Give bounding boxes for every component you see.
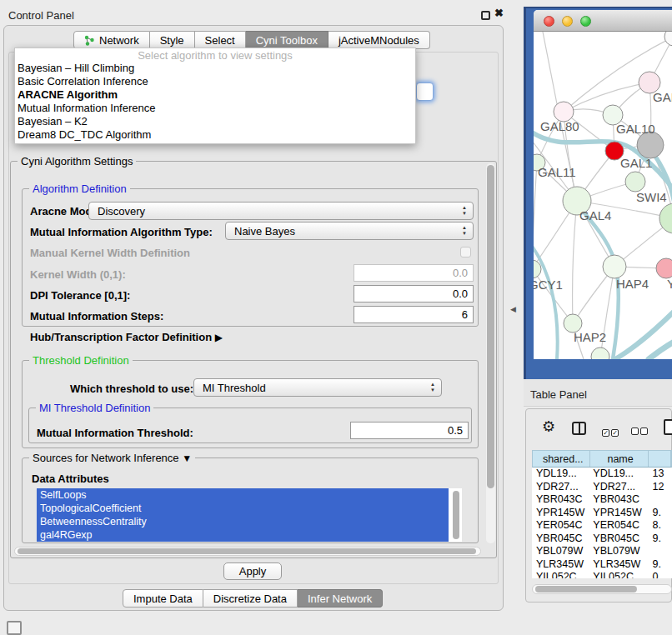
network-node[interactable] [664, 32, 672, 46]
apply-button-label: Apply [239, 565, 267, 578]
expand-down-icon[interactable]: ▼ [182, 452, 192, 464]
close-panel-icon[interactable]: ✖ [494, 7, 504, 19]
network-window-titlebar[interactable] [534, 10, 672, 32]
kernel-width-field[interactable]: 0.0 [354, 264, 474, 282]
sources-title-text: Sources for Network Inference [33, 452, 179, 464]
dropdown-item[interactable]: Mutual Information Inference [15, 102, 415, 115]
tab-style-label: Style [160, 34, 184, 47]
select-all-checkboxes-icon[interactable]: ✓✓ [602, 423, 620, 438]
tab-jactivemnodules[interactable]: jActiveMNodules [328, 31, 430, 49]
minimize-traffic-light[interactable] [562, 16, 573, 27]
svg-text:HAP2: HAP2 [574, 330, 606, 344]
dropdown-item[interactable]: Bayesian – Hill Climbing [15, 62, 415, 75]
attribute-item[interactable]: gal4RGexp [37, 528, 449, 542]
aracne-mode-combobox[interactable]: Discovery ▲▼ [88, 202, 474, 220]
attribute-item[interactable]: BetweennessCentrality [37, 515, 449, 528]
tab-impute-data[interactable]: Impute Data [123, 589, 203, 608]
network-node[interactable] [591, 348, 609, 359]
svg-text:SWI4: SWI4 [636, 190, 667, 204]
combo-stepper-icon: ▲▼ [462, 225, 467, 237]
mi-type-combobox[interactable]: Naive Bayes ▲▼ [225, 222, 474, 240]
tab-style[interactable]: Style [150, 31, 195, 49]
algorithm-definition-title: Algorithm Definition [29, 182, 130, 195]
close-traffic-light[interactable] [544, 16, 554, 27]
network-node-y[interactable] [656, 258, 672, 278]
column-header-name[interactable]: name [590, 451, 649, 467]
table-row[interactable]: YBL079WYBL079W [532, 545, 672, 558]
columns-icon[interactable] [572, 422, 586, 435]
table-row[interactable]: YBR045CYBR045C9. [532, 532, 672, 546]
network-node-swi4[interactable] [625, 172, 645, 192]
attribute-item[interactable]: TopologicalCoefficient [37, 502, 449, 515]
algorithm-combobox-fragment[interactable] [416, 82, 434, 101]
svg-text:GAL1: GAL1 [620, 156, 652, 170]
dpi-tolerance-field[interactable]: 0.0 [354, 285, 474, 302]
which-threshold-label: Which threshold to use: [70, 382, 193, 395]
zoom-traffic-light[interactable] [580, 16, 591, 27]
table-hscroll-thumb[interactable] [535, 586, 637, 592]
table-row[interactable]: YPR145WYPR145W9. [532, 507, 672, 520]
table-row[interactable]: YER054CYER054C8. [532, 519, 672, 532]
svg-text:GCY1: GCY1 [534, 278, 563, 292]
manual-kernel-label: Manual Kernel Width Definition [30, 247, 190, 259]
dropdown-item[interactable]: Basic Correlation Inference [15, 75, 415, 88]
deselect-all-checkboxes-icon[interactable] [631, 423, 649, 438]
apply-button[interactable]: Apply [223, 562, 282, 580]
svg-text:GAL: GAL [653, 90, 672, 104]
data-attributes-list: SelfLoops TopologicalCoefficient Between… [37, 488, 462, 542]
mi-threshold-label: Mutual Information Threshold: [37, 427, 193, 439]
network-canvas[interactable]: GAL GAL80 GAL10 GAL1 GAL11 SWI4 GAL4 HAP… [534, 32, 672, 359]
dpi-tolerance-label: DPI Tolerance [0,1]: [30, 289, 130, 302]
svg-text:Y: Y [667, 277, 672, 291]
tab-infer-network-label: Infer Network [308, 592, 372, 605]
dropdown-item[interactable]: Bayesian – K2 [15, 115, 415, 128]
tab-jactivemnodules-label: jActiveMNodules [339, 34, 419, 47]
attributes-list-scrollbar[interactable] [453, 491, 459, 539]
table-header-row: shared... name [532, 450, 672, 468]
panel-grip-button[interactable] [7, 621, 22, 635]
mi-steps-field[interactable]: 6 [354, 306, 474, 323]
table-row[interactable]: YLR345WYLR345W9. [532, 558, 672, 572]
tab-network[interactable]: Network [73, 31, 150, 49]
splitter-collapse-icon[interactable]: ◀ [510, 305, 516, 313]
node-table: shared... name YDL19...YDL19...13 YDR27.… [532, 450, 672, 578]
tab-infer-network[interactable]: Infer Network [298, 589, 383, 608]
settings-vscroll-thumb[interactable] [487, 165, 494, 488]
tab-cyni-toolbox[interactable]: Cyni Toolbox [246, 31, 328, 49]
attribute-item[interactable]: SelfLoops [37, 488, 449, 502]
which-threshold-combobox[interactable]: MI Threshold ▲▼ [193, 378, 442, 397]
svg-text:GAL4: GAL4 [579, 208, 611, 222]
combo-stepper-icon: ▲▼ [430, 382, 435, 393]
mi-threshold-field[interactable]: 0.5 [350, 422, 469, 439]
table-row[interactable]: YDL19...YDL19...13 [532, 468, 672, 481]
svg-text:GAL11: GAL11 [538, 165, 576, 179]
table-row[interactable]: YIL052CYIL052C0. [532, 571, 672, 578]
table-body: YDL19...YDL19...13 YDR27...YDR27...12 YB… [532, 468, 672, 578]
algorithm-dropdown-popup: Select algorithm to view settings Bayesi… [14, 48, 416, 144]
control-panel-title: Control Panel [8, 9, 74, 22]
settings-hscroll-thumb[interactable] [18, 548, 476, 554]
column-header-clipped[interactable] [649, 451, 671, 467]
table-row[interactable]: YBR043CYBR043C [532, 493, 672, 507]
data-attributes-label: Data Attributes [32, 472, 109, 485]
tab-cyni-toolbox-label: Cyni Toolbox [256, 34, 318, 47]
hub-definition-expander[interactable]: Hub/Transcription Factor Definition ▶ [30, 331, 223, 343]
gear-icon[interactable]: ⚙ [542, 418, 555, 436]
network-node-hap4[interactable] [603, 255, 626, 278]
tab-network-label: Network [99, 34, 139, 47]
tab-select[interactable]: Select [195, 31, 246, 49]
aracne-mode-value: Discovery [98, 205, 145, 218]
dropdown-item-selected[interactable]: ARACNE Algorithm [15, 88, 415, 102]
column-header-shared-name[interactable]: shared... [533, 451, 590, 467]
svg-text:GAL80: GAL80 [540, 119, 579, 133]
app-root: { "window": { "title": "Control Panel" }… [0, 0, 672, 635]
tab-discretize-data[interactable]: Discretize Data [203, 589, 298, 608]
table-row[interactable]: YDR27...YDR27...12 [532, 481, 672, 494]
tab-select-label: Select [205, 34, 235, 47]
dropdown-placeholder: Select algorithm to view settings [15, 49, 415, 62]
manual-kernel-checkbox[interactable] [460, 247, 471, 258]
float-panel-icon[interactable] [481, 11, 490, 20]
new-table-icon[interactable] [664, 419, 672, 435]
dropdown-item[interactable]: Dream8 DC_TDC Algorithm [15, 128, 415, 142]
mi-type-value: Naive Bayes [234, 225, 295, 238]
